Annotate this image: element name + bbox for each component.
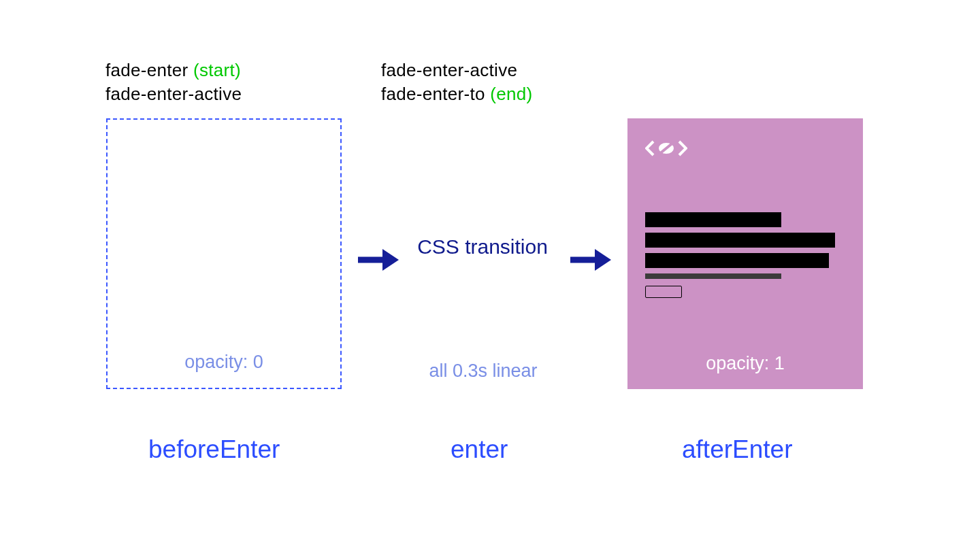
arrow-right-icon (357, 246, 399, 273)
hook-after-enter: afterEnter (682, 435, 792, 464)
css-transition-value: all 0.3s linear (381, 361, 585, 382)
class-name: fade-enter-to (381, 84, 485, 104)
content-bar (645, 212, 781, 227)
content-bar (645, 233, 835, 248)
placeholder-content (645, 212, 845, 298)
opacity-label-start: opacity: 0 (108, 352, 340, 373)
phase-label: (end) (490, 84, 532, 104)
classes-during-enter: fade-enter-active fade-enter-to (end) (381, 59, 533, 106)
phase-label: (start) (193, 60, 241, 80)
svg-marker-3 (595, 249, 611, 271)
content-bar-thin (645, 273, 781, 279)
class-line: fade-enter (start) (105, 59, 242, 82)
opacity-label-end: opacity: 1 (627, 353, 863, 374)
element-after-enter: opacity: 1 (627, 118, 863, 389)
class-name: fade-enter-active (381, 60, 517, 80)
content-bar (645, 253, 829, 268)
hook-enter: enter (451, 435, 508, 464)
class-line: fade-enter-active (105, 82, 242, 106)
logo-icon (645, 137, 687, 159)
svg-marker-1 (382, 249, 399, 271)
class-name: fade-enter-active (105, 84, 242, 104)
class-line: fade-enter-to (end) (381, 82, 533, 106)
css-transition-label: CSS transition (404, 234, 561, 260)
classes-before-enter: fade-enter (start) fade-enter-active (105, 59, 242, 106)
content-button-placeholder (645, 286, 682, 298)
class-line: fade-enter-active (381, 59, 533, 82)
hook-before-enter: beforeEnter (148, 435, 280, 464)
arrow-right-icon (569, 246, 611, 273)
element-placeholder-start: opacity: 0 (106, 118, 342, 389)
diagram-stage: fade-enter (start) fade-enter-active fad… (0, 0, 980, 551)
class-name: fade-enter (105, 60, 189, 80)
